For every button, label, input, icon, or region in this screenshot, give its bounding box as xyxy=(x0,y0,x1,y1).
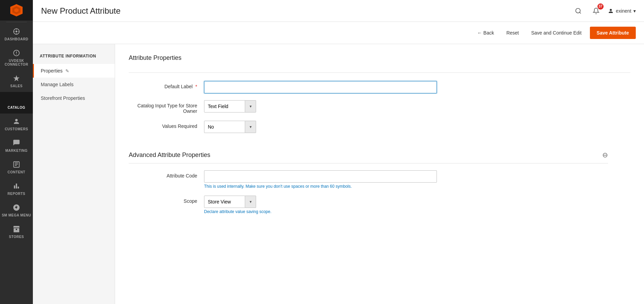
sidebar-item-customers[interactable]: CUSTOMERS xyxy=(0,114,33,135)
body-content: ATTRIBUTE INFORMATION Properties ✎ Manag… xyxy=(33,44,644,304)
attribute-code-field-wrapper: This is used internally. Make sure you d… xyxy=(204,170,437,189)
advanced-section-toggle[interactable]: ⊖ xyxy=(602,151,608,159)
advanced-properties-title: Advanced Attribute Properties xyxy=(129,151,210,159)
default-label-label: Default Label * xyxy=(129,81,204,89)
scope-label: Scope xyxy=(129,196,204,204)
sidebar-item-marketing[interactable]: MARKETING xyxy=(0,135,33,157)
search-button[interactable] xyxy=(572,5,584,17)
notification-badge: 37 xyxy=(597,3,604,10)
sidebar-item-dashboard[interactable]: DASHBOARD xyxy=(0,24,33,45)
catalog-input-type-row: Catalog Input Type for Store Owner Text … xyxy=(129,100,437,114)
catalog-input-type-select[interactable]: Text Field Text Area Text Editor Date Ye… xyxy=(204,100,245,113)
catalog-input-type-select-wrapper: Text Field Text Area Text Editor Date Ye… xyxy=(204,100,256,113)
catalog-input-type-arrow[interactable]: ▾ xyxy=(245,100,256,113)
header-actions: 37 exinent ▾ xyxy=(572,5,636,17)
sidebar-item-label: REPORTS xyxy=(8,192,25,196)
save-continue-button[interactable]: Save and Continue Edit xyxy=(527,27,586,38)
default-label-row: Default Label * xyxy=(129,81,437,93)
nav-item-storefront-properties[interactable]: Storefront Properties xyxy=(33,91,115,105)
sidebar-item-reports[interactable]: REPORTS xyxy=(0,178,33,200)
sidebar-item-label: STORES xyxy=(9,235,24,239)
default-label-input[interactable] xyxy=(204,81,437,93)
attribute-code-label: Attribute Code xyxy=(129,170,204,179)
nav-item-label: Properties xyxy=(41,68,63,74)
nav-item-properties[interactable]: Properties ✎ xyxy=(33,64,115,78)
values-required-select[interactable]: No Yes xyxy=(204,121,245,133)
user-menu-button[interactable]: exinent ▾ xyxy=(608,8,636,14)
sidebar-logo xyxy=(0,0,33,21)
values-required-label: Values Required xyxy=(129,121,204,129)
action-bar: ← Back Reset Save and Continue Edit Save… xyxy=(33,22,644,44)
sidebar-divider xyxy=(6,22,27,22)
sidebar-item-label: CATALOG xyxy=(8,106,25,109)
sidebar-item-smmega[interactable]: SM MEGA MENU xyxy=(0,200,33,221)
user-dropdown-arrow: ▾ xyxy=(633,8,636,14)
scope-field-wrapper: Store View Website Global ▾ Declare attr… xyxy=(204,196,272,214)
sidebar-item-label: CONTENT xyxy=(8,170,25,174)
nav-item-label: Storefront Properties xyxy=(41,95,85,101)
scope-row: Scope Store View Website Global ▾ Declar… xyxy=(129,196,437,214)
values-required-select-wrapper: No Yes ▾ xyxy=(204,121,256,133)
values-required-row: Values Required No Yes ▾ xyxy=(129,121,437,133)
main-content: New Product Attribute 37 exinent xyxy=(33,0,644,304)
scope-select-wrapper: Store View Website Global ▾ xyxy=(204,196,272,208)
attribute-code-hint: This is used internally. Make sure you d… xyxy=(204,184,437,189)
sidebar-item-sales[interactable]: SALES xyxy=(0,70,33,92)
scope-select[interactable]: Store View Website Global xyxy=(204,196,245,208)
sidebar-item-label: SM MEGA MENU xyxy=(2,213,31,217)
scope-hint: Declare attribute value saving scope. xyxy=(204,209,272,214)
top-header: New Product Attribute 37 exinent xyxy=(33,0,644,22)
scope-arrow[interactable]: ▾ xyxy=(245,196,256,208)
user-name: exinent xyxy=(616,8,631,14)
sidebar-item-label: DASHBOARD xyxy=(4,37,28,41)
required-indicator: * xyxy=(195,84,197,89)
notifications-wrapper: 37 xyxy=(590,5,602,17)
values-required-arrow[interactable]: ▾ xyxy=(245,121,256,133)
reset-button[interactable]: Reset xyxy=(502,27,523,38)
sidebar: DASHBOARD UVDESK CONNECTOR SALES CATALOG… xyxy=(0,0,33,304)
section-divider xyxy=(129,72,630,73)
attribute-code-row: Attribute Code This is used internally. … xyxy=(129,170,437,189)
form-area: Attribute Properties Default Label * Cat… xyxy=(115,44,644,304)
back-button[interactable]: ← Back xyxy=(473,27,498,38)
sidebar-item-stores[interactable]: STORES xyxy=(0,221,33,243)
sidebar-item-label: SALES xyxy=(10,84,23,88)
sidebar-item-label: MARKETING xyxy=(5,149,27,153)
nav-item-manage-labels[interactable]: Manage Labels xyxy=(33,78,115,91)
attribute-properties-title: Attribute Properties xyxy=(129,54,630,66)
nav-item-label: Manage Labels xyxy=(41,82,74,87)
page-title: New Product Attribute xyxy=(41,6,572,16)
svg-point-5 xyxy=(576,8,580,13)
sidebar-item-label: CUSTOMERS xyxy=(5,127,28,131)
save-attribute-button[interactable]: Save Attribute xyxy=(590,27,636,39)
svg-point-3 xyxy=(15,30,17,32)
attr-nav-title: ATTRIBUTE INFORMATION xyxy=(33,50,115,64)
sidebar-item-label: UVDESK CONNECTOR xyxy=(1,59,31,66)
sidebar-item-catalog[interactable]: CATALOG xyxy=(0,92,33,114)
advanced-section-header: Advanced Attribute Properties ⊖ xyxy=(129,151,608,163)
attribute-code-input[interactable] xyxy=(204,170,437,183)
edit-icon: ✎ xyxy=(65,68,69,74)
sidebar-item-uvdesk[interactable]: UVDESK CONNECTOR xyxy=(0,45,33,70)
attribute-nav: ATTRIBUTE INFORMATION Properties ✎ Manag… xyxy=(33,44,115,304)
catalog-input-type-label: Catalog Input Type for Store Owner xyxy=(129,100,204,114)
sidebar-item-content[interactable]: CONTENT xyxy=(0,157,33,178)
